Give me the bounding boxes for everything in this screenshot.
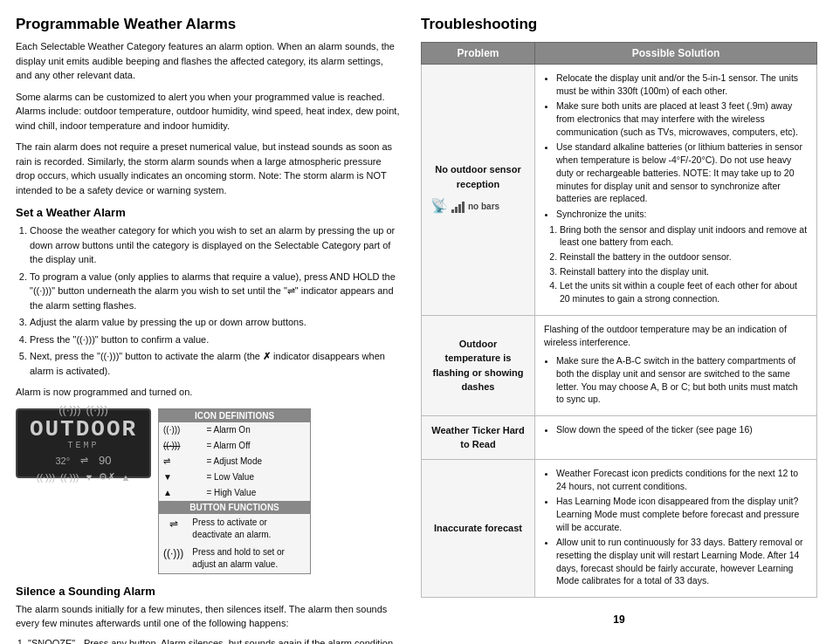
icon-symbol-adjust: ⇌: [159, 454, 202, 469]
set-alarm-steps-list: Choose the weather category for which yo…: [16, 223, 400, 378]
set-alarm-step-1: Choose the weather category for which yo…: [30, 223, 400, 267]
icon-label-high: = High Value: [202, 485, 310, 501]
btn-icon-up: ▲: [120, 472, 130, 483]
solution-no-sensor: Relocate the display unit and/or the 5-i…: [535, 65, 817, 316]
solution-forecast: Weather Forecast icon predicts condition…: [535, 459, 817, 597]
sync-step-3: Reinstall battery into the display unit.: [560, 265, 808, 278]
signal-bars: [451, 199, 465, 213]
signal-bar-2: [455, 207, 458, 213]
table-header-row: Problem Possible Solution: [422, 43, 817, 65]
alarm-on-icon-left: ((·))): [59, 403, 80, 416]
solution-item-1-2: Make sure both units are placed at least…: [556, 99, 808, 138]
troubleshooting-table: Problem Possible Solution No outdoor sen…: [421, 42, 817, 598]
btn-func-icon-1: ⇌: [159, 514, 188, 544]
solution-item-1-4: Synchronize the units:: [556, 208, 808, 221]
icon-def-row-3: ⇌ = Adjust Mode: [159, 454, 310, 469]
signal-bar-1: [451, 209, 454, 213]
icon-defs-table: ((·))) = Alarm On ((·))) = Alarm Off ⇌ =…: [159, 422, 310, 501]
set-alarm-step-3: Adjust the alarm value by pressing the u…: [30, 315, 400, 330]
icon-def-row-4: ▼ = Low Value: [159, 469, 310, 485]
icon-def-row-2: ((·))) = Alarm Off: [159, 438, 310, 454]
btn-icon-down: ▼: [84, 472, 93, 483]
set-alarm-step-4: Press the "((·)))" button to confirm a v…: [30, 332, 400, 347]
silence-intro: The alarm sounds initially for a few min…: [16, 602, 400, 631]
problem-flashing: Outdoor temperature is flashing or showi…: [422, 315, 535, 415]
btn-func-desc-1: Press to activate or deactivate an alarm…: [188, 514, 310, 544]
display-sub-text: TEMP: [67, 441, 99, 450]
icon-symbol-high: ▲: [159, 485, 202, 501]
intro-p2: Some alarms can be customized to alert y…: [16, 90, 400, 134]
problem-forecast: Inaccurate forecast: [422, 459, 535, 597]
display-area: ((·))) ((·))) OUTDOOR TEMP 32° ⇌ 90 ((·)…: [16, 408, 400, 574]
solution-item-1-1: Relocate the display unit and/or the 5-i…: [556, 72, 808, 97]
btn-icon-gear: ⚙✗: [99, 471, 115, 483]
btn-funcs-header: BUTTON FUNCTIONS: [159, 501, 310, 514]
left-column: Programmable Weather Alarms Each Selecta…: [16, 16, 400, 644]
table-row-no-sensor: No outdoor sensor reception 📡 no bars: [422, 65, 817, 316]
alarm-on-icon-right: ((·))): [86, 403, 108, 416]
icon-label-alarm-on: = Alarm On: [202, 422, 310, 438]
table-row-ticker: Weather Ticker Hard to Read Slow down th…: [422, 415, 817, 459]
icon-defs-header: ICON DEFINITIONS: [159, 409, 310, 422]
set-alarm-step-2: To program a value (only applies to alar…: [30, 270, 400, 313]
solution-item-1-3: Use standard alkaline batteries (or lith…: [556, 140, 808, 204]
intro-p3: The rain alarm does not require a preset…: [16, 140, 400, 197]
btn-icon-1: ((·))): [37, 472, 55, 483]
icon-label-low: = Low Value: [202, 469, 310, 485]
solution-flashing: Flashing of the outdoor temperature may …: [535, 315, 817, 415]
icon-symbol-low: ▼: [159, 469, 202, 485]
silence-steps-list: "SNOOZE" - Press any button. Alarm silen…: [16, 636, 400, 645]
display-unit-mockup: ((·))) ((·))) OUTDOOR TEMP 32° ⇌ 90 ((·)…: [16, 408, 151, 478]
col-header-solution: Possible Solution: [535, 43, 817, 65]
signal-bar-4: [462, 202, 465, 213]
sync-step-1: Bring both the sensor and display unit i…: [560, 223, 808, 249]
table-row-forecast: Inaccurate forecast Weather Forecast ico…: [422, 459, 817, 597]
no-bars-display: 📡 no bars: [430, 195, 526, 216]
btn-funcs-table: ⇌ Press to activate or deactivate an ala…: [159, 514, 310, 573]
icon-label-adjust: = Adjust Mode: [202, 454, 310, 469]
btn-func-desc-2: Press and hold to set or adjust an alarm…: [188, 544, 310, 573]
problem-no-sensor: No outdoor sensor reception 📡 no bars: [422, 65, 535, 316]
solution-flashing-text: Flashing of the outdoor temperature may …: [544, 323, 808, 351]
btn-func-icon-2: ((·))): [159, 544, 188, 573]
problem-ticker: Weather Ticker Hard to Read: [422, 415, 535, 459]
silence-title: Silence a Sounding Alarm: [16, 585, 400, 598]
silence-section: Silence a Sounding Alarm The alarm sound…: [16, 585, 400, 645]
icon-defs-box: ICON DEFINITIONS ((·))) = Alarm On ((·))…: [158, 408, 311, 574]
signal-bar-3: [458, 204, 461, 213]
solution-forecast-1: Weather Forecast icon predicts condition…: [556, 467, 808, 492]
solution-flashing-item: Make sure the A-B-C switch in the batter…: [556, 354, 808, 406]
silence-step-1: "SNOOZE" - Press any button. Alarm silen…: [28, 636, 400, 645]
sync-step-2: Reinstall the battery in the outdoor sen…: [560, 250, 808, 264]
no-bars-label: no bars: [468, 200, 499, 213]
set-alarm-step-5: Next, press the "((·)))" button to activ…: [30, 349, 400, 378]
table-row-flashing: Outdoor temperature is flashing or showi…: [422, 315, 817, 415]
page-number-right: 19: [421, 613, 817, 626]
icon-label-alarm-off: = Alarm Off: [202, 438, 310, 454]
intro-p1: Each Selectable Weather Category feature…: [16, 39, 400, 83]
solution-forecast-2: Has Learning Mode icon disappeared from …: [556, 495, 808, 533]
solution-ticker: Slow down the speed of the ticker (see p…: [535, 415, 817, 459]
icon-symbol-alarm-off: ((·))): [159, 438, 202, 454]
display-main-text: OUTDOOR: [30, 418, 137, 441]
icon-def-row-1: ((·))) = Alarm On: [159, 422, 310, 438]
col-header-problem: Problem: [422, 43, 535, 65]
antenna-icon: 📡: [430, 195, 448, 216]
icon-def-row-5: ▲ = High Value: [159, 485, 310, 501]
btn-icon-2: ((·))): [60, 472, 79, 483]
btn-func-row-2: ((·))) Press and hold to set or adjust a…: [159, 544, 310, 573]
alarm-on-label: Alarm is now programmed and turned on.: [16, 385, 400, 400]
icon-symbol-alarm-on: ((·))): [159, 422, 202, 438]
right-column: Troubleshooting Problem Possible Solutio…: [421, 16, 817, 644]
btn-func-row-1: ⇌ Press to activate or deactivate an ala…: [159, 514, 310, 544]
right-title: Troubleshooting: [421, 16, 817, 33]
sync-step-4: Let the units sit within a couple feet o…: [560, 279, 808, 305]
set-alarm-title: Set a Weather Alarm: [16, 206, 400, 219]
left-title: Programmable Weather Alarms: [16, 16, 400, 33]
solution-ticker-item: Slow down the speed of the ticker (see p…: [556, 423, 808, 436]
solution-forecast-3: Allow unit to run continuously for 33 da…: [556, 536, 808, 587]
